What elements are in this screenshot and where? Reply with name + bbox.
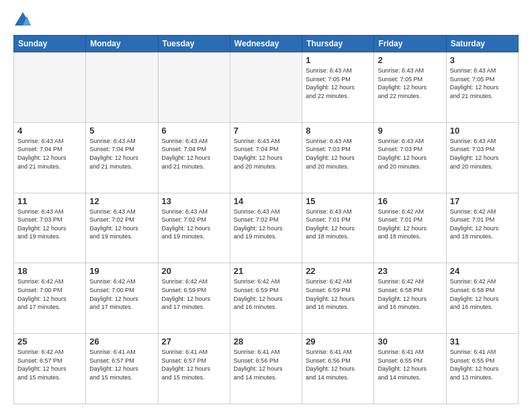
day-info: Sunrise: 6:43 AM Sunset: 7:04 PM Dayligh… (234, 137, 298, 171)
day-number: 5 (89, 126, 154, 136)
day-number: 11 (17, 196, 82, 206)
day-number: 20 (162, 266, 226, 276)
day-info: Sunrise: 6:41 AM Sunset: 6:55 PM Dayligh… (378, 348, 442, 381)
day-cell: 8Sunrise: 6:43 AM Sunset: 7:03 PM Daylig… (302, 122, 374, 193)
day-cell: 4Sunrise: 6:43 AM Sunset: 7:04 PM Daylig… (14, 122, 86, 193)
day-cell (86, 52, 158, 123)
header-sunday: Sunday (14, 36, 86, 52)
day-cell: 25Sunrise: 6:42 AM Sunset: 6:57 PM Dayli… (14, 334, 86, 404)
day-number: 25 (17, 336, 82, 347)
day-number: 4 (17, 126, 82, 136)
logo (13, 11, 35, 30)
day-number: 24 (450, 266, 515, 276)
day-info: Sunrise: 6:43 AM Sunset: 7:01 PM Dayligh… (306, 208, 370, 241)
day-cell: 11Sunrise: 6:43 AM Sunset: 7:03 PM Dayli… (14, 193, 86, 263)
day-cell (230, 52, 302, 123)
day-cell: 9Sunrise: 6:43 AM Sunset: 7:03 PM Daylig… (374, 122, 446, 193)
day-cell: 12Sunrise: 6:43 AM Sunset: 7:02 PM Dayli… (86, 193, 158, 263)
day-info: Sunrise: 6:43 AM Sunset: 7:04 PM Dayligh… (17, 137, 82, 171)
header-thursday: Thursday (302, 36, 374, 52)
day-cell (14, 52, 86, 123)
day-cell: 13Sunrise: 6:43 AM Sunset: 7:02 PM Dayli… (158, 193, 230, 263)
day-cell: 3Sunrise: 6:43 AM Sunset: 7:05 PM Daylig… (446, 52, 518, 123)
week-row-2: 11Sunrise: 6:43 AM Sunset: 7:03 PM Dayli… (14, 193, 519, 263)
day-number: 7 (234, 126, 298, 136)
day-info: Sunrise: 6:43 AM Sunset: 7:05 PM Dayligh… (378, 66, 442, 100)
day-number: 23 (378, 266, 442, 276)
day-info: Sunrise: 6:43 AM Sunset: 7:05 PM Dayligh… (306, 66, 370, 100)
week-row-0: 1Sunrise: 6:43 AM Sunset: 7:05 PM Daylig… (14, 52, 519, 123)
day-info: Sunrise: 6:43 AM Sunset: 7:03 PM Dayligh… (306, 137, 370, 171)
day-number: 21 (234, 266, 298, 276)
page: SundayMondayTuesdayWednesdayThursdayFrid… (0, 0, 532, 411)
day-cell (158, 52, 230, 123)
day-number: 17 (450, 196, 515, 206)
day-cell: 5Sunrise: 6:43 AM Sunset: 7:04 PM Daylig… (86, 122, 158, 193)
calendar: SundayMondayTuesdayWednesdayThursdayFrid… (13, 35, 519, 404)
day-number: 28 (234, 336, 298, 347)
day-info: Sunrise: 6:43 AM Sunset: 7:02 PM Dayligh… (162, 208, 226, 241)
day-info: Sunrise: 6:41 AM Sunset: 6:57 PM Dayligh… (162, 348, 226, 381)
day-cell: 20Sunrise: 6:42 AM Sunset: 6:59 PM Dayli… (158, 263, 230, 334)
day-number: 1 (306, 55, 370, 65)
day-cell: 1Sunrise: 6:43 AM Sunset: 7:05 PM Daylig… (302, 52, 374, 123)
day-info: Sunrise: 6:42 AM Sunset: 6:58 PM Dayligh… (450, 277, 515, 311)
day-number: 9 (378, 126, 442, 136)
logo-icon (13, 11, 32, 30)
day-info: Sunrise: 6:43 AM Sunset: 7:04 PM Dayligh… (162, 137, 226, 171)
day-cell: 6Sunrise: 6:43 AM Sunset: 7:04 PM Daylig… (158, 122, 230, 193)
day-number: 10 (450, 126, 515, 136)
day-number: 29 (306, 336, 370, 347)
day-info: Sunrise: 6:42 AM Sunset: 7:00 PM Dayligh… (89, 277, 154, 311)
day-cell: 14Sunrise: 6:43 AM Sunset: 7:02 PM Dayli… (230, 193, 302, 263)
day-cell: 7Sunrise: 6:43 AM Sunset: 7:04 PM Daylig… (230, 122, 302, 193)
header-saturday: Saturday (446, 36, 518, 52)
header-wednesday: Wednesday (230, 36, 302, 52)
day-info: Sunrise: 6:41 AM Sunset: 6:57 PM Dayligh… (89, 348, 154, 381)
day-info: Sunrise: 6:41 AM Sunset: 6:56 PM Dayligh… (234, 348, 298, 381)
day-number: 6 (162, 126, 226, 136)
header-friday: Friday (374, 36, 446, 52)
day-info: Sunrise: 6:42 AM Sunset: 7:00 PM Dayligh… (17, 277, 82, 311)
day-cell: 31Sunrise: 6:41 AM Sunset: 6:55 PM Dayli… (446, 334, 518, 404)
day-number: 15 (306, 196, 370, 206)
day-number: 8 (306, 126, 370, 136)
day-cell: 2Sunrise: 6:43 AM Sunset: 7:05 PM Daylig… (374, 52, 446, 123)
day-number: 12 (89, 196, 154, 206)
day-info: Sunrise: 6:42 AM Sunset: 6:59 PM Dayligh… (162, 277, 226, 311)
day-cell: 26Sunrise: 6:41 AM Sunset: 6:57 PM Dayli… (86, 334, 158, 404)
day-cell: 10Sunrise: 6:43 AM Sunset: 7:03 PM Dayli… (446, 122, 518, 193)
day-cell: 22Sunrise: 6:42 AM Sunset: 6:59 PM Dayli… (302, 263, 374, 334)
day-info: Sunrise: 6:43 AM Sunset: 7:03 PM Dayligh… (17, 208, 82, 241)
day-number: 26 (89, 336, 154, 347)
day-number: 2 (378, 55, 442, 65)
day-number: 22 (306, 266, 370, 276)
day-number: 31 (450, 336, 515, 347)
day-number: 3 (450, 55, 515, 65)
day-cell: 15Sunrise: 6:43 AM Sunset: 7:01 PM Dayli… (302, 193, 374, 263)
day-info: Sunrise: 6:43 AM Sunset: 7:04 PM Dayligh… (89, 137, 154, 171)
day-info: Sunrise: 6:43 AM Sunset: 7:03 PM Dayligh… (450, 137, 515, 171)
day-info: Sunrise: 6:41 AM Sunset: 6:56 PM Dayligh… (306, 348, 370, 381)
day-info: Sunrise: 6:42 AM Sunset: 6:57 PM Dayligh… (17, 348, 82, 381)
day-cell: 30Sunrise: 6:41 AM Sunset: 6:55 PM Dayli… (374, 334, 446, 404)
day-cell: 17Sunrise: 6:42 AM Sunset: 7:01 PM Dayli… (446, 193, 518, 263)
week-row-4: 25Sunrise: 6:42 AM Sunset: 6:57 PM Dayli… (14, 334, 519, 404)
week-row-1: 4Sunrise: 6:43 AM Sunset: 7:04 PM Daylig… (14, 122, 519, 193)
week-row-3: 18Sunrise: 6:42 AM Sunset: 7:00 PM Dayli… (14, 263, 519, 334)
day-info: Sunrise: 6:42 AM Sunset: 7:01 PM Dayligh… (450, 208, 515, 241)
day-cell: 27Sunrise: 6:41 AM Sunset: 6:57 PM Dayli… (158, 334, 230, 404)
day-info: Sunrise: 6:43 AM Sunset: 7:05 PM Dayligh… (450, 66, 515, 100)
day-number: 27 (162, 336, 226, 347)
day-info: Sunrise: 6:42 AM Sunset: 6:59 PM Dayligh… (306, 277, 370, 311)
day-cell: 18Sunrise: 6:42 AM Sunset: 7:00 PM Dayli… (14, 263, 86, 334)
day-info: Sunrise: 6:41 AM Sunset: 6:55 PM Dayligh… (450, 348, 515, 381)
day-info: Sunrise: 6:42 AM Sunset: 6:59 PM Dayligh… (234, 277, 298, 311)
day-info: Sunrise: 6:42 AM Sunset: 7:01 PM Dayligh… (378, 208, 442, 241)
day-info: Sunrise: 6:43 AM Sunset: 7:02 PM Dayligh… (234, 208, 298, 241)
day-number: 19 (89, 266, 154, 276)
header (13, 11, 519, 30)
calendar-header-row: SundayMondayTuesdayWednesdayThursdayFrid… (14, 36, 519, 52)
day-cell: 16Sunrise: 6:42 AM Sunset: 7:01 PM Dayli… (374, 193, 446, 263)
day-cell: 19Sunrise: 6:42 AM Sunset: 7:00 PM Dayli… (86, 263, 158, 334)
